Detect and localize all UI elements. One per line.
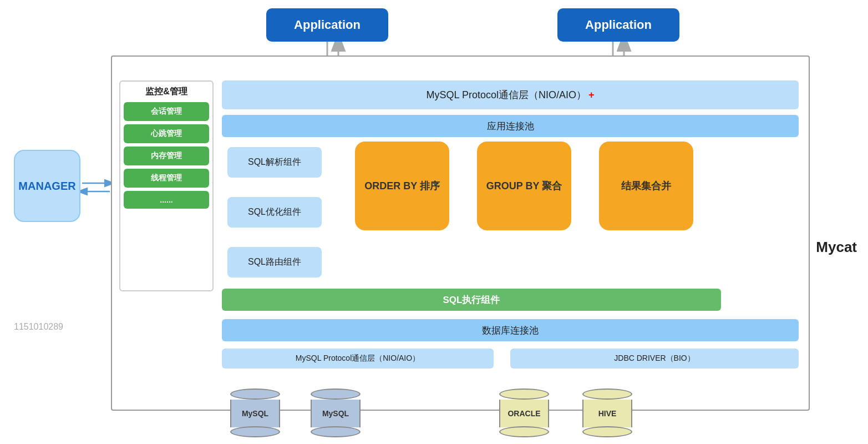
mycat-label: Mycat xyxy=(816,239,857,256)
monitor-item-0: 会话管理 xyxy=(124,102,209,121)
orange-box-orderby: ORDER BY 排序 xyxy=(355,142,449,230)
app-conn-pool-bar: 应用连接池 xyxy=(222,115,799,137)
sql-optimize-box: SQL优化组件 xyxy=(227,197,322,228)
db-mysql-1: MySQL xyxy=(230,389,280,437)
protocol-top-label: MySQL Protocol通信层（NIO/AIO） xyxy=(427,88,586,102)
sql-parse-label: SQL解析组件 xyxy=(248,157,301,168)
sql-optimize-label: SQL优化组件 xyxy=(248,206,301,218)
diagram-container: Application Application Mycat MANAGER 监控… xyxy=(0,0,868,444)
app-conn-pool-label: 应用连接池 xyxy=(487,120,534,133)
db-oracle: ORACLE xyxy=(499,389,549,437)
monitor-item-1: 心跳管理 xyxy=(124,124,209,143)
monitor-item-3: 线程管理 xyxy=(124,169,209,188)
bottom-protocol-right: JDBC DRIVER（BIO） xyxy=(510,349,799,369)
sql-parse-box: SQL解析组件 xyxy=(227,147,322,178)
db-mysql-2: MySQL xyxy=(311,389,361,437)
sql-route-label: SQL路由组件 xyxy=(248,256,301,268)
manager-box: MANAGER xyxy=(14,150,80,222)
groupby-label: GROUP BY 聚合 xyxy=(486,179,562,193)
manager-label: MANAGER xyxy=(18,180,75,193)
bottom-protocol-right-label: JDBC DRIVER（BIO） xyxy=(614,354,694,364)
bottom-protocol-left-label: MySQL Protocol通信层（NIO/AIO） xyxy=(296,354,420,364)
sql-route-box: SQL路由组件 xyxy=(227,247,322,278)
app-box-right: Application xyxy=(557,8,679,42)
db-hive: HIVE xyxy=(582,389,632,437)
app-label-left: Application xyxy=(294,18,361,32)
monitor-title: 监控&管理 xyxy=(124,86,209,98)
bottom-protocol-left: MySQL Protocol通信层（NIO/AIO） xyxy=(222,349,494,369)
monitor-panel: 监控&管理 会话管理 心跳管理 内存管理 线程管理 ...... xyxy=(119,80,214,291)
orange-box-groupby: GROUP BY 聚合 xyxy=(477,142,571,230)
red-plus: + xyxy=(588,89,595,101)
watermark: 1151010289 xyxy=(14,322,63,332)
db-conn-pool-label: 数据库连接池 xyxy=(482,324,539,337)
monitor-item-2: 内存管理 xyxy=(124,147,209,165)
result-label: 结果集合并 xyxy=(621,179,671,193)
sql-exec-label: SQL执行组件 xyxy=(443,294,500,306)
db-conn-pool-bar: 数据库连接池 xyxy=(222,319,799,341)
orange-box-result: 结果集合并 xyxy=(599,142,693,230)
monitor-item-4: ...... xyxy=(124,191,209,209)
protocol-top-bar: MySQL Protocol通信层（NIO/AIO） + xyxy=(222,80,799,109)
app-label-right: Application xyxy=(585,18,652,32)
orderby-label: ORDER BY 排序 xyxy=(364,179,440,193)
app-box-left: Application xyxy=(266,8,388,42)
sql-exec-bar: SQL执行组件 xyxy=(222,289,721,311)
